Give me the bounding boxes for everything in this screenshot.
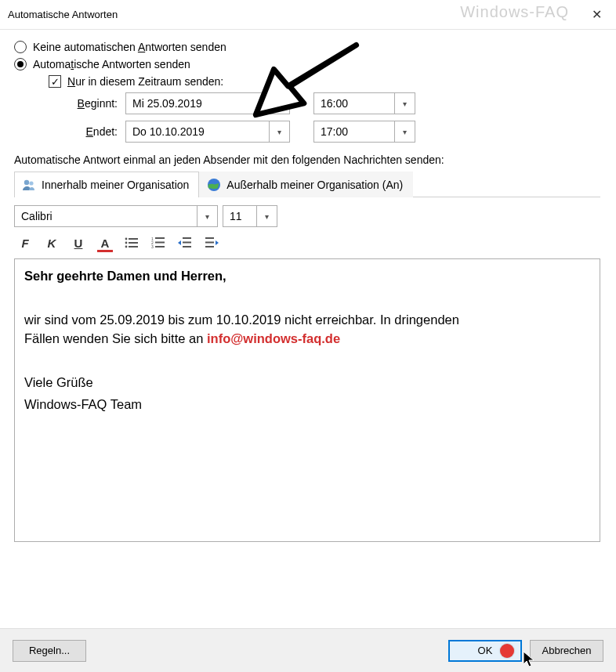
end-label: Endet: xyxy=(69,125,125,138)
tab-outside-label: Außerhalb meiner Organisation (An) xyxy=(226,179,403,191)
cancel-button[interactable]: Abbrechen xyxy=(530,640,603,662)
begin-label: Beginnt: xyxy=(69,97,125,110)
chevron-down-icon: ▾ xyxy=(256,206,277,226)
checkbox-icon xyxy=(49,75,61,88)
svg-rect-15 xyxy=(183,237,191,239)
svg-rect-4 xyxy=(129,238,138,240)
ok-button[interactable]: OK xyxy=(448,640,522,662)
begin-time-value: 16:00 xyxy=(321,97,348,110)
begin-row: Beginnt: Mi 25.09.2019 ▾ 16:00 ▾ xyxy=(69,92,600,114)
outdent-button[interactable] xyxy=(177,235,193,251)
svg-point-3 xyxy=(125,238,128,240)
begin-time-dropdown[interactable]: 16:00 ▾ xyxy=(313,92,415,114)
timerange-grid: Beginnt: Mi 25.09.2019 ▾ 16:00 ▾ Endet: … xyxy=(69,92,600,143)
message-editor[interactable]: Sehr geehrte Damen und Herren, wir sind … xyxy=(14,258,600,542)
svg-point-5 xyxy=(125,242,128,244)
msg-body-line2: Fällen wenden Sie sich bitte an xyxy=(24,331,207,345)
svg-rect-8 xyxy=(129,246,138,247)
radio-send-autoreply[interactable]: Automatische Antworten senden xyxy=(14,58,600,70)
radio-icon xyxy=(14,41,27,53)
end-time-value: 17:00 xyxy=(321,125,348,138)
svg-point-0 xyxy=(24,180,29,185)
end-row: Endet: Do 10.10.2019 ▾ 17:00 ▾ xyxy=(69,121,600,143)
chevron-down-icon: ▾ xyxy=(269,93,289,114)
indent-button[interactable] xyxy=(204,235,219,251)
cancel-label: Abbrechen xyxy=(542,645,592,656)
svg-rect-10 xyxy=(155,237,165,239)
svg-rect-19 xyxy=(205,242,214,244)
font-family-dropdown[interactable]: Calibri ▾ xyxy=(14,205,218,227)
italic-button[interactable]: K xyxy=(44,235,60,251)
font-row: Calibri ▾ 11 ▾ xyxy=(14,205,600,227)
end-date-value: Do 10.10.2019 xyxy=(132,125,205,138)
checkbox-timerange-label: Nur in diesem Zeitraum senden: xyxy=(67,75,223,88)
tab-outside-org[interactable]: Außerhalb meiner Organisation (An) xyxy=(199,172,413,197)
svg-text:3: 3 xyxy=(151,244,154,249)
svg-rect-14 xyxy=(155,246,165,247)
numbered-list-button[interactable]: 1 2 3 xyxy=(150,235,166,251)
highlight-dot xyxy=(500,644,514,658)
rules-button[interactable]: Regeln... xyxy=(13,640,86,662)
ok-label: OK xyxy=(478,645,493,656)
tab-inside-org[interactable]: Innerhalb meiner Organisation xyxy=(14,172,199,197)
section-label: Automatische Antwort einmal an jeden Abs… xyxy=(14,154,600,166)
radio-no-autoreply[interactable]: Keine automatischen Antworten senden xyxy=(14,41,600,53)
bullet-list-button[interactable] xyxy=(124,235,140,251)
end-time-dropdown[interactable]: 17:00 ▾ xyxy=(313,121,415,143)
msg-signoff2: Windows-FAQ Team xyxy=(24,396,590,414)
window-title: Automatische Antworten xyxy=(8,9,118,20)
font-size-dropdown[interactable]: 11 ▾ xyxy=(223,205,277,227)
font-color-button[interactable]: A xyxy=(97,235,113,251)
close-icon: ✕ xyxy=(592,7,602,22)
svg-rect-17 xyxy=(183,246,191,247)
radio-icon xyxy=(14,58,27,70)
tab-inside-label: Innerhalb meiner Organisation xyxy=(42,179,189,191)
dialog-content: Keine automatischen Antworten senden Aut… xyxy=(0,30,616,542)
dialog-footer: Regeln... OK Abbrechen xyxy=(0,628,616,672)
msg-signoff1: Viele Grüße xyxy=(24,374,590,392)
font-size-value: 11 xyxy=(230,210,242,222)
svg-rect-20 xyxy=(205,246,214,247)
titlebar: Automatische Antworten ✕ xyxy=(0,0,616,30)
bold-button[interactable]: F xyxy=(17,235,33,251)
chevron-down-icon: ▾ xyxy=(197,206,217,226)
msg-greeting: Sehr geehrte Damen und Herren, xyxy=(24,269,226,283)
svg-rect-12 xyxy=(155,242,165,244)
msg-body-line1: wir sind vom 25.09.2019 bis zum 10.10.20… xyxy=(24,313,459,327)
end-date-dropdown[interactable]: Do 10.10.2019 ▾ xyxy=(125,121,290,143)
close-button[interactable]: ✕ xyxy=(577,0,616,30)
chevron-down-icon: ▾ xyxy=(394,121,415,142)
begin-date-value: Mi 25.09.2019 xyxy=(132,97,202,110)
chevron-down-icon: ▾ xyxy=(394,93,415,114)
underline-button[interactable]: U xyxy=(71,235,86,251)
people-icon xyxy=(21,177,37,193)
globe-icon xyxy=(206,177,222,193)
font-family-value: Calibri xyxy=(21,210,53,222)
tabs: Innerhalb meiner Organisation Außerhalb … xyxy=(14,171,600,197)
svg-rect-6 xyxy=(129,242,138,244)
svg-point-1 xyxy=(29,181,33,185)
radio-no-autoreply-label: Keine automatischen Antworten senden xyxy=(33,41,226,53)
svg-rect-16 xyxy=(183,242,191,244)
checkbox-timerange[interactable]: Nur in diesem Zeitraum senden: xyxy=(49,75,600,88)
svg-rect-18 xyxy=(205,237,214,239)
chevron-down-icon: ▾ xyxy=(269,121,289,142)
msg-email: info@windows-faq.de xyxy=(207,331,340,345)
begin-date-dropdown[interactable]: Mi 25.09.2019 ▾ xyxy=(125,92,290,114)
format-toolbar: F K U A 1 2 3 xyxy=(14,233,600,258)
svg-point-7 xyxy=(125,246,128,248)
radio-send-autoreply-label: Automatische Antworten senden xyxy=(33,58,190,70)
